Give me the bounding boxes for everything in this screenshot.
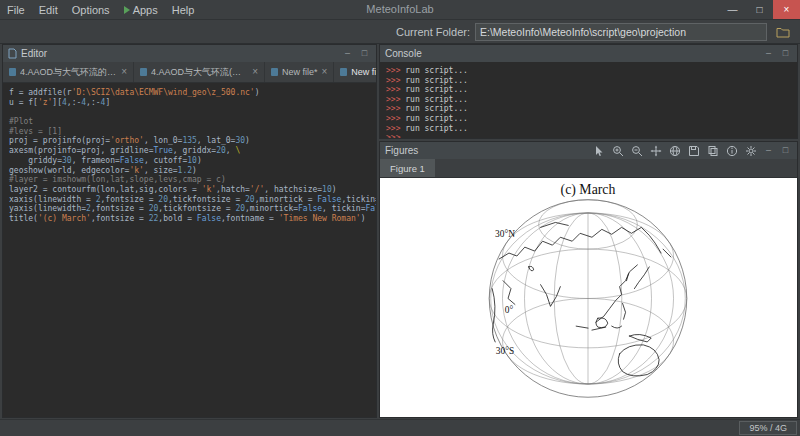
console-prompt: >>>	[386, 104, 400, 113]
close-tab-icon[interactable]: ×	[322, 67, 328, 77]
file-icon	[271, 68, 278, 76]
float-panel-icon[interactable]: □	[779, 46, 792, 61]
figure-tabbar: Figure 1	[380, 159, 797, 178]
lat-label-30s: 30°S	[496, 346, 514, 356]
code-line: u = f['z'][4,:-4,:-4]	[9, 98, 370, 108]
code-line: #levs = [1]	[9, 127, 370, 137]
menu-file[interactable]: File	[0, 0, 32, 19]
console-panel-title: Console	[385, 48, 422, 59]
close-tab-icon[interactable]: ×	[252, 67, 258, 77]
code-line: xaxis(linewidth = 2,fontsize = 20,tickfo…	[9, 195, 370, 205]
select-arrow-icon[interactable]	[591, 143, 606, 158]
editor-tab[interactable]: 4.AAOD与大气环流(风)的关系.py×	[134, 62, 265, 82]
console-prompt: >>>	[386, 66, 400, 75]
full-extent-icon[interactable]	[667, 143, 682, 158]
editor-tab-label: New file*	[351, 67, 376, 77]
code-line: #Plot	[9, 117, 370, 127]
console-text: run script...	[400, 114, 467, 123]
menu-bar: File Edit Options Apps Help	[0, 0, 201, 19]
code-line: title('(c) March',fontsize = 22,bold = F…	[9, 214, 370, 224]
console-line: >>> run script...	[386, 95, 791, 105]
current-folder-input[interactable]	[475, 23, 767, 41]
editor-tabbar: 4.AAOD与大气环流的关系.py×4.AAOD与大气环流(风)的关系.py×N…	[3, 62, 376, 83]
menu-options[interactable]: Options	[65, 0, 117, 19]
console-line: >>> run script...	[386, 104, 791, 114]
memory-usage[interactable]: 95% / 4G	[739, 421, 797, 435]
figure-tab[interactable]: Figure 1	[380, 159, 435, 177]
console-text: run script...	[400, 124, 467, 133]
code-line: axesm(projinfo=proj, gridline=True, grid…	[9, 146, 370, 156]
minimize-icon[interactable]: —	[719, 0, 746, 19]
console-line: >>> run script...	[386, 85, 791, 95]
lat-label-30n: 30°N	[495, 229, 515, 239]
code-line: f = addfile(r'D:\SCI2\data\ECMWF\wind_ge…	[9, 88, 370, 98]
minimize-panel-icon[interactable]: –	[341, 46, 354, 61]
editor-tab[interactable]: New file*×	[265, 62, 334, 82]
figures-panel: Figures	[379, 141, 798, 418]
editor-tab-label: 4.AAOD与大气环流的关系.py	[20, 66, 117, 79]
zoom-in-icon[interactable]	[610, 143, 625, 158]
figures-panel-title: Figures	[385, 145, 418, 156]
code-line: layer2 = contourfm(lon,lat,sig,colors = …	[9, 185, 370, 195]
console-text: run script...	[400, 95, 467, 104]
code-line: proj = projinfo(proj='ortho', lon_0=135,…	[9, 136, 370, 146]
console-prompt: >>>	[386, 85, 400, 94]
close-tab-icon[interactable]: ×	[121, 67, 127, 77]
editor-tab-label: 4.AAOD与大气环流(风)的关系.py	[151, 66, 248, 79]
settings-icon[interactable]	[743, 143, 758, 158]
workspace: Editor – □ 4.AAOD与大气环流的关系.py×4.AAOD与大气环流…	[0, 43, 800, 419]
console-line: >>> run script...	[386, 114, 791, 124]
maximize-icon[interactable]: □	[746, 0, 773, 19]
code-area[interactable]: f = addfile(r'D:\SCI2\data\ECMWF\wind_ge…	[3, 83, 376, 417]
console-prompt: >>>	[386, 124, 400, 133]
save-icon[interactable]	[686, 143, 701, 158]
float-panel-icon[interactable]: □	[358, 46, 371, 61]
minimize-panel-icon[interactable]: –	[762, 143, 775, 158]
file-icon	[140, 68, 147, 76]
menu-help[interactable]: Help	[165, 0, 202, 19]
menu-file-label: File	[7, 4, 25, 16]
current-folder-label: Current Folder:	[396, 26, 470, 38]
globe-graticule	[489, 200, 687, 384]
folder-open-icon[interactable]	[772, 23, 794, 41]
console-text: run script...	[400, 66, 467, 75]
info-icon[interactable]	[724, 143, 739, 158]
figures-panel-header: Figures	[380, 142, 797, 159]
console-line: >>>	[386, 133, 791, 138]
console-prompt: >>>	[386, 114, 400, 123]
menu-help-label: Help	[172, 4, 195, 16]
pan-icon[interactable]	[648, 143, 663, 158]
lat-label-0: 0°	[505, 305, 514, 315]
code-line: yaxis(linewidth=2,fontsize = 20,tickfont…	[9, 204, 370, 214]
console-line: >>> run script...	[386, 66, 791, 76]
menu-edit[interactable]: Edit	[32, 0, 65, 19]
editor-panel-header: Editor – □	[3, 45, 376, 62]
menu-apps[interactable]: Apps	[117, 0, 165, 19]
console-text: run script...	[400, 76, 467, 85]
console-line: >>> run script...	[386, 124, 791, 134]
console-prompt: >>>	[386, 95, 400, 104]
code-line	[9, 107, 370, 117]
console-panel-header: Console – □	[380, 45, 797, 62]
console-area[interactable]: >>> run script...>>> run script...>>> ru…	[380, 62, 797, 138]
copy-icon[interactable]	[705, 143, 720, 158]
zoom-out-icon[interactable]	[629, 143, 644, 158]
code-line: griddy=30, frameon=False, cutoff=10)	[9, 156, 370, 166]
figure-title: (c) March	[561, 182, 616, 198]
console-line: >>> run script...	[386, 76, 791, 86]
console-panel: Console – □ >>> run script...>>> run scr…	[379, 44, 798, 139]
editor-panel-title: Editor	[21, 48, 47, 59]
editor-tab-label: New file*	[282, 67, 318, 77]
editor-tab[interactable]: 4.AAOD与大气环流的关系.py×	[3, 62, 134, 82]
editor-tab[interactable]: New file*×	[334, 62, 376, 82]
editor-panel: Editor – □ 4.AAOD与大气环流的关系.py×4.AAOD与大气环流…	[2, 44, 377, 418]
close-icon[interactable]: ×	[773, 0, 800, 19]
status-bar: 95% / 4G	[0, 419, 800, 436]
float-panel-icon[interactable]: □	[779, 143, 792, 158]
console-text: run script...	[400, 85, 467, 94]
figure-canvas[interactable]: (c) March	[380, 178, 797, 417]
editor-doc-icon	[8, 48, 17, 59]
minimize-panel-icon[interactable]: –	[762, 46, 775, 61]
file-icon	[340, 68, 347, 76]
globe-coastlines	[492, 222, 671, 376]
